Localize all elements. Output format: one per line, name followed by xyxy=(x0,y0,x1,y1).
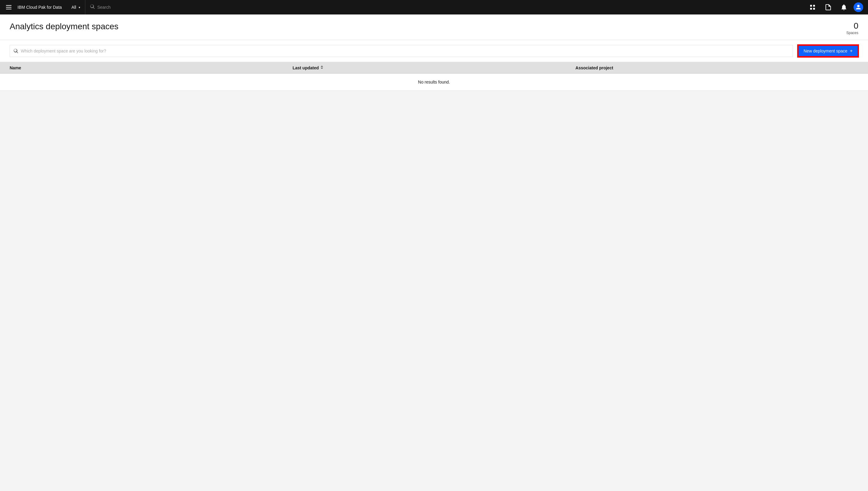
main-content: Analytics deployment spaces 0 Spaces New… xyxy=(0,15,868,491)
search-area: All ▾ xyxy=(67,0,801,15)
global-search-input[interactable] xyxy=(97,5,796,10)
app-logo: IBM Cloud Pak for Data xyxy=(18,5,62,10)
spaces-count-number: 0 xyxy=(846,22,858,30)
background-area xyxy=(0,91,868,491)
search-bar-icon xyxy=(13,49,19,53)
chevron-down-icon: ▾ xyxy=(79,6,80,9)
user-avatar[interactable] xyxy=(854,2,863,12)
new-deployment-button-label: New deployment space xyxy=(804,49,847,53)
document-icon-button[interactable] xyxy=(821,0,835,15)
apps-icon-button[interactable] xyxy=(805,0,820,15)
notification-icon-button[interactable] xyxy=(837,0,851,15)
page-title: Analytics deployment spaces xyxy=(10,22,119,31)
deployments-table: Name Last updated Associated project No … xyxy=(0,62,868,91)
filter-dropdown[interactable]: All ▾ xyxy=(67,0,85,15)
deployment-search-bar[interactable] xyxy=(10,45,793,57)
filter-label: All xyxy=(71,5,76,10)
svg-rect-2 xyxy=(810,8,812,10)
svg-rect-0 xyxy=(810,5,812,7)
svg-rect-1 xyxy=(813,5,815,7)
menu-icon[interactable] xyxy=(5,4,13,10)
svg-rect-3 xyxy=(813,8,815,10)
topnav-icons xyxy=(805,0,863,15)
new-deployment-button[interactable]: New deployment space + xyxy=(798,45,858,57)
deployment-search-input[interactable] xyxy=(21,49,789,53)
spaces-count-label: Spaces xyxy=(846,31,858,35)
plus-icon: + xyxy=(850,48,852,54)
no-results-message: No results found. xyxy=(0,74,868,91)
table-body: No results found. xyxy=(0,74,868,91)
column-header-associated-project: Associated project xyxy=(575,65,858,70)
top-navigation: IBM Cloud Pak for Data All ▾ xyxy=(0,0,868,15)
column-header-last-updated[interactable]: Last updated xyxy=(293,65,576,70)
column-header-name[interactable]: Name xyxy=(10,65,293,70)
spaces-count-area: 0 Spaces xyxy=(846,22,858,35)
toolbar: New deployment space + xyxy=(0,40,868,62)
global-search-wrap xyxy=(85,4,801,10)
page-header: Analytics deployment spaces 0 Spaces xyxy=(0,15,868,40)
sort-icon xyxy=(320,65,324,70)
search-icon xyxy=(90,4,95,10)
table-header: Name Last updated Associated project xyxy=(0,62,868,74)
